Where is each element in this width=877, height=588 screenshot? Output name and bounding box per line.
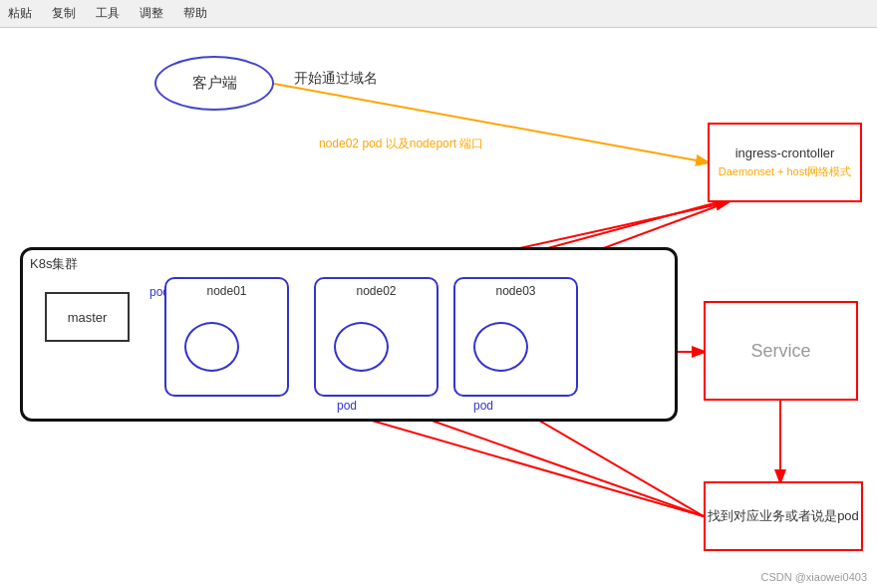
pod-oval-node02: [334, 322, 389, 372]
node01-title: node01: [206, 284, 246, 298]
toolbar-item-adjust[interactable]: 调整: [140, 5, 163, 22]
k8s-cluster-label: K8s集群: [30, 255, 78, 273]
diagram-area: 客户端 开始通过域名 node02 pod 以及nodeport 端口 ingr…: [0, 28, 877, 588]
toolbar-item-help[interactable]: 帮助: [183, 5, 207, 22]
toolbar-item-tools[interactable]: 工具: [96, 5, 120, 22]
client-label: 客户端: [192, 74, 237, 93]
found-pod-box: 找到对应业务或者说是pod: [704, 481, 863, 551]
toolbar-item-copy[interactable]: 复制: [52, 5, 76, 22]
toolbar-item-paste[interactable]: 粘贴: [8, 5, 32, 22]
node02-title: node02: [356, 284, 396, 298]
master-box: master: [45, 292, 130, 342]
client-oval: 客户端: [154, 56, 274, 111]
pod-label-node02-bottom: pod: [337, 399, 357, 413]
node02-pod-label: node02 pod 以及nodeport 端口: [319, 136, 483, 152]
service-label: Service: [750, 341, 810, 362]
ingress-title: ingress-crontoller: [735, 146, 835, 160]
toolbar: 粘贴 复制 工具 调整 帮助: [0, 0, 877, 28]
pod-oval-node03: [473, 322, 528, 372]
ingress-box: ingress-crontoller Daemonset + host网络模式: [708, 123, 862, 202]
found-pod-label: 找到对应业务或者说是pod: [708, 507, 859, 525]
domain-text: 开始通过域名: [294, 70, 378, 88]
csdn-watermark: CSDN @xiaowei0403: [760, 571, 867, 583]
master-label: master: [68, 310, 108, 325]
pod-oval-node01: [184, 322, 239, 372]
node03-title: node03: [495, 284, 535, 298]
service-box: Service: [704, 301, 858, 401]
ingress-subtitle: Daemonset + host网络模式: [719, 164, 852, 179]
pod-label-node03-bottom: pod: [473, 399, 493, 413]
